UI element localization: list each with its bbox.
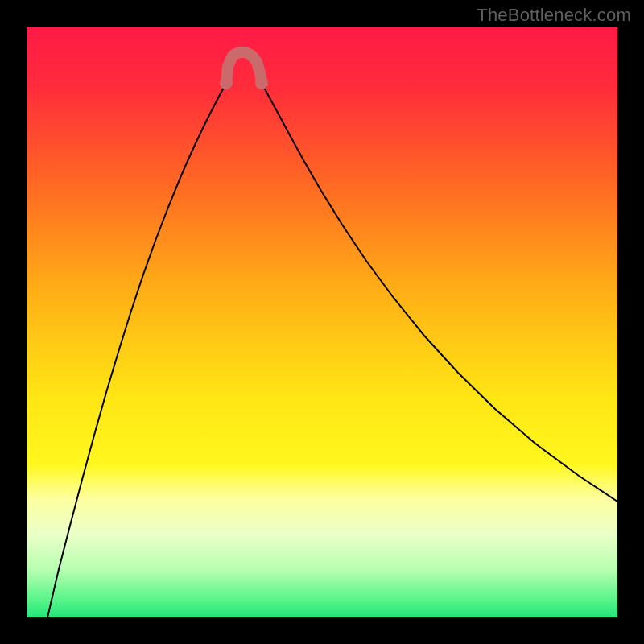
watermark-label: TheBottleneck.com xyxy=(477,5,631,26)
gradient-background xyxy=(27,27,617,617)
basin-dot-left xyxy=(220,76,233,89)
chart-frame: TheBottleneck.com xyxy=(0,0,644,644)
bottleneck-chart xyxy=(27,27,617,617)
basin-dot-right xyxy=(255,76,268,89)
plot-area xyxy=(27,27,617,617)
